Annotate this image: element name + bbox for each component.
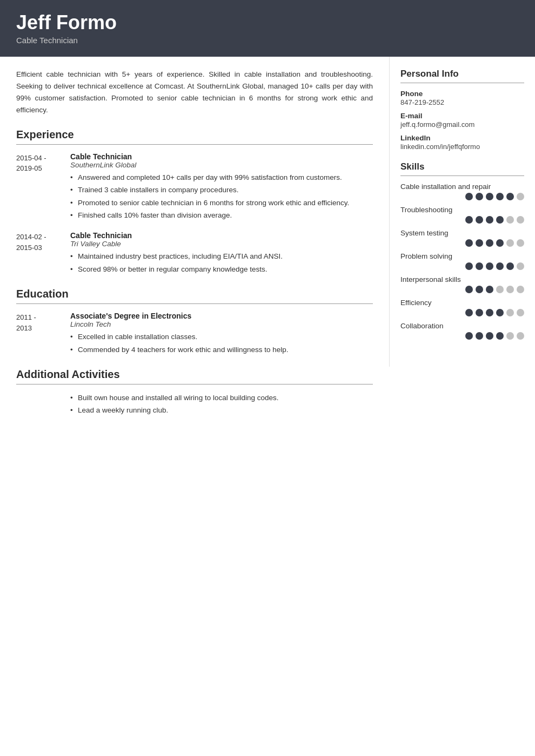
skill-name: Efficiency xyxy=(400,299,524,307)
skill-dot-filled xyxy=(496,332,504,340)
skill-dot-empty xyxy=(517,286,524,293)
skill-dots xyxy=(400,332,524,340)
education-divider xyxy=(16,303,373,304)
activity-item: Built own house and installed all wiring… xyxy=(70,392,373,404)
main-column: Efficient cable technician with 5+ years… xyxy=(0,57,389,446)
skill-dot-filled xyxy=(506,262,514,270)
education-school: Lincoln Tech xyxy=(70,320,373,328)
activities-divider xyxy=(16,384,373,384)
skill-item: Cable installation and repair xyxy=(400,183,524,200)
experience-bullet: Answered and completed 10+ calls per day… xyxy=(70,172,373,184)
skill-item: Problem solving xyxy=(400,252,524,270)
skill-dot-filled xyxy=(476,286,483,293)
education-entry: 2011 - 2013Associate's Degree in Electro… xyxy=(16,312,373,356)
skill-dot-filled xyxy=(465,239,473,247)
education-bullet: Commended by 4 teachers for work ethic a… xyxy=(70,344,373,356)
experience-job-title: Cable Technician xyxy=(70,231,373,240)
candidate-title: Cable Technician xyxy=(16,36,519,45)
skill-dot-filled xyxy=(476,332,483,340)
experience-body: Cable TechnicianSouthernLink GlobalAnswe… xyxy=(70,152,373,222)
skill-dot-filled xyxy=(465,193,473,200)
experience-dates: 2015-04 - 2019-05 xyxy=(16,152,70,222)
skills-divider xyxy=(400,176,524,176)
personal-info-title: Personal Info xyxy=(400,69,524,79)
activities-list: Built own house and installed all wiring… xyxy=(70,392,373,417)
experience-entries: 2015-04 - 2019-05Cable TechnicianSouther… xyxy=(16,152,373,276)
education-entries: 2011 - 2013Associate's Degree in Electro… xyxy=(16,312,373,356)
skill-dot-filled xyxy=(496,262,504,270)
skill-dot-empty xyxy=(517,309,524,316)
summary-text: Efficient cable technician with 5+ years… xyxy=(16,69,373,117)
skills-title: Skills xyxy=(400,161,524,172)
experience-section: Experience 2015-04 - 2019-05Cable Techni… xyxy=(16,129,373,276)
activities-section-title: Additional Activities xyxy=(16,368,373,381)
experience-bullet: Maintained industry best practices, incl… xyxy=(70,251,373,262)
skills-list: Cable installation and repairTroubleshoo… xyxy=(400,183,524,340)
skill-dot-filled xyxy=(486,193,493,200)
skill-dot-filled xyxy=(476,216,483,224)
experience-bullet: Promoted to senior cable technician in 6… xyxy=(70,197,373,209)
experience-entry: 2014-02 - 2015-03Cable TechnicianTri Val… xyxy=(16,231,373,276)
skill-name: Problem solving xyxy=(400,252,524,260)
skill-dot-filled xyxy=(465,216,473,224)
skill-item: Interpersonal skills xyxy=(400,275,524,293)
skill-dot-empty xyxy=(506,332,514,340)
education-degree: Associate's Degree in Electronics xyxy=(70,312,373,320)
linkedin-label: LinkedIn xyxy=(400,134,524,142)
skill-dot-empty xyxy=(517,262,524,270)
skill-name: Cable installation and repair xyxy=(400,183,524,191)
activity-item: Lead a weekly running club. xyxy=(70,404,373,417)
skill-dot-filled xyxy=(496,239,504,247)
skill-dot-empty xyxy=(506,286,514,293)
skill-dot-empty xyxy=(506,309,514,316)
skill-dot-empty xyxy=(517,216,524,224)
skill-dots xyxy=(400,286,524,293)
experience-section-title: Experience xyxy=(16,129,373,141)
experience-dates: 2014-02 - 2015-03 xyxy=(16,231,70,276)
skill-dots xyxy=(400,239,524,247)
email-value: jeff.q.formo@gmail.com xyxy=(400,120,524,129)
sidebar-column: Personal Info Phone 847-219-2552 E-mail … xyxy=(389,57,535,367)
skill-dot-filled xyxy=(465,309,473,316)
skill-name: Collaboration xyxy=(400,322,524,330)
skill-dot-empty xyxy=(506,239,514,247)
experience-bullet: Finished calls 10% faster than division … xyxy=(70,210,373,221)
education-bullet: Excelled in cable installation classes. xyxy=(70,331,373,343)
candidate-name: Jeff Formo xyxy=(16,12,519,33)
skill-dot-filled xyxy=(476,193,483,200)
education-body: Associate's Degree in ElectronicsLincoln… xyxy=(70,312,373,356)
experience-bullets: Answered and completed 10+ calls per day… xyxy=(70,172,373,221)
experience-divider xyxy=(16,144,373,145)
experience-bullet: Scored 98% or better in regular company … xyxy=(70,264,373,275)
experience-company: SouthernLink Global xyxy=(70,161,373,169)
skill-name: Interpersonal skills xyxy=(400,275,524,284)
linkedin-value: linkedin.com/in/jeffqformo xyxy=(400,143,524,151)
skill-dots xyxy=(400,216,524,224)
skill-dot-filled xyxy=(476,262,483,270)
skill-dot-filled xyxy=(476,309,483,316)
skill-dots xyxy=(400,262,524,270)
experience-entry: 2015-04 - 2019-05Cable TechnicianSouther… xyxy=(16,152,373,222)
experience-bullets: Maintained industry best practices, incl… xyxy=(70,251,373,275)
skill-dot-empty xyxy=(506,216,514,224)
skill-dot-filled xyxy=(486,239,493,247)
experience-job-title: Cable Technician xyxy=(70,152,373,161)
skill-dot-filled xyxy=(486,216,493,224)
experience-company: Tri Valley Cable xyxy=(70,240,373,248)
skill-dot-empty xyxy=(517,239,524,247)
skill-dot-empty xyxy=(517,332,524,340)
experience-bullet: Trained 3 cable installers in company pr… xyxy=(70,184,373,196)
skill-dot-empty xyxy=(496,286,504,293)
skill-item: Collaboration xyxy=(400,322,524,340)
skill-item: System testing xyxy=(400,229,524,247)
personal-info-divider xyxy=(400,83,524,83)
education-section: Education 2011 - 2013Associate's Degree … xyxy=(16,288,373,356)
phone-label: Phone xyxy=(400,90,524,98)
skill-item: Troubleshooting xyxy=(400,206,524,224)
experience-body: Cable TechnicianTri Valley CableMaintain… xyxy=(70,231,373,276)
skill-dot-empty xyxy=(517,193,524,200)
skill-dot-filled xyxy=(486,286,493,293)
resume-header: Jeff Formo Cable Technician xyxy=(0,0,535,57)
education-bullets: Excelled in cable installation classes.C… xyxy=(70,331,373,355)
skills-section: Skills Cable installation and repairTrou… xyxy=(400,161,524,340)
